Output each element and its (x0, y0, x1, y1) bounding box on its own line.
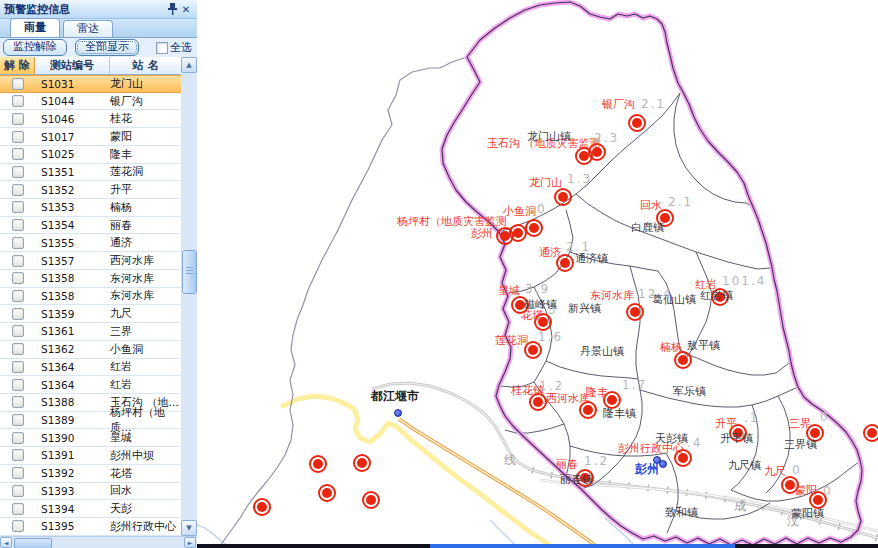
station-name: 彭州行政中心 (110, 519, 179, 534)
station-marker[interactable] (318, 484, 336, 502)
town-label: 丽春镇 (560, 474, 593, 485)
row-checkbox[interactable] (12, 219, 24, 231)
station-marker[interactable] (525, 219, 543, 237)
station-marker[interactable] (554, 188, 572, 206)
row-checkbox[interactable] (12, 255, 24, 267)
station-label: 丽春 (556, 459, 578, 470)
station-marker[interactable] (309, 455, 327, 473)
row-checkbox[interactable] (12, 113, 24, 125)
header-release[interactable]: 解 除 (0, 57, 35, 75)
row-checkbox[interactable] (12, 148, 24, 160)
table-row[interactable]: S1391彭州中坝 (0, 447, 181, 465)
station-label: 回水 (640, 200, 662, 211)
station-code: S1017 (35, 131, 110, 143)
row-checkbox[interactable] (12, 78, 24, 90)
horizontal-scroll-thumb[interactable] (14, 538, 52, 548)
station-marker[interactable] (362, 491, 380, 509)
select-all-checkbox[interactable] (156, 42, 168, 54)
station-marker[interactable] (863, 424, 878, 442)
table-row[interactable]: S1357西河水库 (0, 252, 181, 270)
station-marker[interactable] (253, 498, 271, 516)
table-row[interactable]: S1362小鱼洞 (0, 341, 181, 359)
header-station-code[interactable]: 测站编号 (35, 57, 110, 75)
pin-icon[interactable] (165, 2, 179, 17)
row-checkbox[interactable] (12, 184, 24, 196)
scroll-down-icon[interactable]: ▼ (181, 520, 197, 536)
table-row[interactable]: S1046桂花 (0, 110, 181, 128)
station-name: 花塔 (110, 466, 179, 481)
city-label: 彭州 (635, 463, 659, 475)
release-monitoring-button[interactable]: 监控解除 (3, 39, 67, 56)
vertical-scroll-thumb[interactable] (182, 250, 197, 294)
table-row[interactable]: S1044银厂沟 (0, 93, 181, 111)
table-row[interactable]: S1352升平 (0, 181, 181, 199)
row-checkbox[interactable] (12, 131, 24, 143)
station-marker[interactable] (626, 303, 644, 321)
station-code: S1355 (35, 237, 110, 249)
station-table: S1031龙门山S1044银厂沟S1046桂花S1017蒙阳S1025隆丰S13… (0, 75, 181, 536)
town-label: 葛仙山镇 (652, 294, 696, 305)
station-marker[interactable] (628, 114, 646, 132)
station-code: S1393 (35, 485, 110, 497)
station-name: 红岩 (110, 377, 179, 392)
station-value: 1.2 (584, 455, 609, 467)
close-icon[interactable]: ✕ (179, 2, 193, 17)
table-row[interactable]: S1394天彭 (0, 500, 181, 518)
horizontal-scrollbar[interactable]: ◄ ► (0, 536, 197, 548)
table-row[interactable]: S1389杨坪村（地质... (0, 412, 181, 430)
table-row[interactable]: S1393回水 (0, 483, 181, 501)
scroll-right-icon[interactable]: ► (184, 537, 196, 548)
table-row[interactable]: S1351莲花洞 (0, 164, 181, 182)
select-all-label: 全选 (170, 40, 192, 55)
row-checkbox[interactable] (12, 379, 24, 391)
row-checkbox[interactable] (12, 432, 24, 444)
row-checkbox[interactable] (12, 485, 24, 497)
row-checkbox[interactable] (12, 325, 24, 337)
header-station-name[interactable]: 站 名 (110, 57, 181, 75)
row-checkbox[interactable] (12, 201, 24, 213)
table-row[interactable]: S1395彭州行政中心 (0, 518, 181, 536)
row-checkbox[interactable] (12, 467, 24, 479)
table-row[interactable]: S1364红岩 (0, 376, 181, 394)
row-checkbox[interactable] (12, 237, 24, 249)
table-row[interactable]: S1359九尺 (0, 305, 181, 323)
tab-rainfall[interactable]: 雨量 (10, 18, 60, 37)
row-checkbox[interactable] (12, 520, 24, 532)
table-row[interactable]: S1364红岩 (0, 359, 181, 377)
station-code: S1352 (35, 184, 110, 196)
station-name: 回水 (110, 483, 179, 498)
tab-radar[interactable]: 雷达 (63, 20, 113, 37)
row-checkbox[interactable] (12, 503, 24, 515)
show-all-button[interactable]: 全部显示 (75, 39, 139, 56)
table-row[interactable]: S1358东河水库 (0, 270, 181, 288)
table-row[interactable]: S1025隆丰 (0, 146, 181, 164)
station-name: 红岩 (110, 359, 179, 374)
row-checkbox[interactable] (12, 166, 24, 178)
scroll-left-icon[interactable]: ◄ (0, 537, 12, 548)
station-code: S1025 (35, 148, 110, 160)
row-checkbox[interactable] (12, 95, 24, 107)
vertical-scrollbar[interactable]: ▲ ▼ (181, 57, 197, 536)
city-marker (394, 409, 402, 417)
table-row[interactable]: S1353楠杨 (0, 199, 181, 217)
row-checkbox[interactable] (12, 272, 24, 284)
table-row[interactable]: S1354丽春 (0, 217, 181, 235)
row-checkbox[interactable] (12, 396, 24, 408)
table-row[interactable]: S1355通济 (0, 234, 181, 252)
station-marker[interactable] (353, 454, 371, 472)
station-name: 升平 (110, 182, 179, 197)
table-row[interactable]: S1392花塔 (0, 465, 181, 483)
row-checkbox[interactable] (12, 343, 24, 355)
table-row[interactable]: S1358东河水库 (0, 288, 181, 306)
table-row[interactable]: S1017蒙阳 (0, 128, 181, 146)
table-row[interactable]: S1031龙门山 (0, 75, 181, 93)
row-checkbox[interactable] (12, 449, 24, 461)
row-checkbox[interactable] (12, 361, 24, 373)
row-checkbox[interactable] (12, 290, 24, 302)
table-row[interactable]: S1390皇城 (0, 429, 181, 447)
scroll-up-icon[interactable]: ▲ (181, 57, 197, 73)
station-name: 西河水库 (110, 253, 179, 268)
table-row[interactable]: S1361三界 (0, 323, 181, 341)
row-checkbox[interactable] (12, 308, 24, 320)
row-checkbox[interactable] (12, 414, 24, 426)
